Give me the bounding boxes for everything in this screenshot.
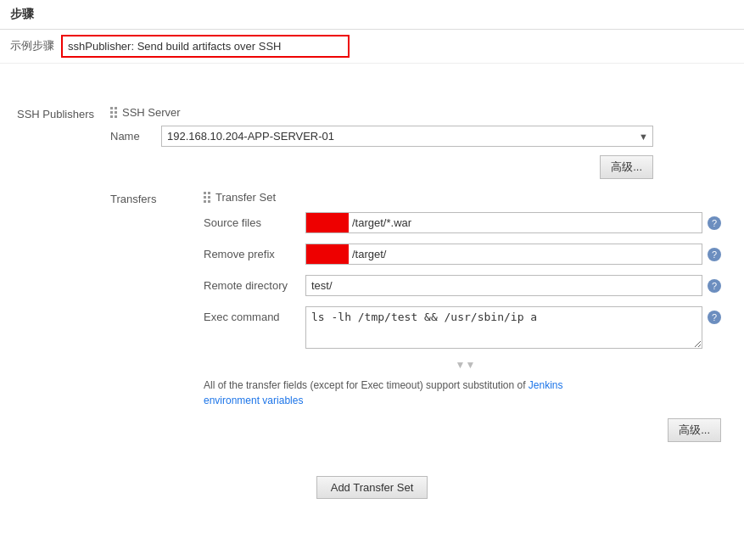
- transfer-set-label: Transfer Set: [215, 191, 276, 204]
- ssh-server-label: SSH Server: [122, 106, 181, 119]
- drag-handle-icon: [110, 107, 117, 118]
- transfers-label: Transfers: [110, 191, 204, 205]
- add-transfer-set-button[interactable]: Add Transfer Set: [316, 476, 428, 499]
- step-content: [61, 35, 734, 58]
- step-row: 示例步骤: [0, 30, 744, 64]
- remote-directory-input[interactable]: [305, 275, 702, 296]
- transfer-set-header: Transfer Set: [204, 191, 727, 204]
- exec-command-help-icon[interactable]: ?: [708, 311, 721, 324]
- source-files-input-box: [305, 212, 702, 233]
- transfer-set-drag-handle-icon: [204, 192, 210, 203]
- advanced-button-1[interactable]: 高级...: [600, 155, 653, 179]
- remote-directory-row: Remote directory ?: [204, 275, 727, 296]
- exec-command-row: Exec command ls -lh /tmp/test && /usr/sb…: [204, 306, 727, 349]
- remove-prefix-row: Remove prefix ?: [204, 244, 727, 265]
- transfers-content: Transfer Set Source files ? Remove: [204, 191, 727, 459]
- add-transfer-row: Add Transfer Set: [0, 468, 744, 516]
- source-files-red-prefix: [306, 213, 349, 232]
- remote-directory-label: Remote directory: [204, 275, 305, 292]
- remove-prefix-input[interactable]: [349, 244, 702, 264]
- advanced-btn-row-2: 高级...: [204, 418, 721, 442]
- source-files-input-wrapper: ?: [305, 212, 721, 233]
- advanced-btn-row-1: 高级...: [110, 155, 653, 179]
- scroll-indicator: ▼▼: [204, 359, 727, 371]
- advanced-button-2[interactable]: 高级...: [668, 418, 721, 442]
- transfers-section: Transfers Transfer Set Source files: [110, 191, 727, 459]
- exec-command-input-wrapper: ls -lh /tmp/test && /usr/sbin/ip a ?: [305, 306, 721, 349]
- remote-directory-help-icon[interactable]: ?: [708, 279, 721, 293]
- step-label: 示例步骤: [10, 35, 61, 53]
- name-row: Name 192.168.10.204-APP-SERVER-01 ▼: [110, 126, 727, 147]
- source-files-label: Source files: [204, 212, 305, 229]
- source-files-input[interactable]: [349, 213, 702, 232]
- exec-command-label: Exec command: [204, 306, 305, 323]
- name-select-wrapper: 192.168.10.204-APP-SERVER-01 ▼: [161, 126, 653, 147]
- info-text: All of the transfer fields (except for E…: [204, 378, 619, 408]
- ssh-server-header: SSH Server: [110, 106, 727, 119]
- step-input[interactable]: [61, 35, 350, 58]
- source-files-row: Source files ?: [204, 212, 727, 233]
- exec-command-textarea[interactable]: ls -lh /tmp/test && /usr/sbin/ip a: [305, 306, 702, 349]
- publishers-section: SSH Publishers SSH Server Name 192.168.1…: [0, 89, 744, 468]
- source-files-help-icon[interactable]: ?: [708, 216, 721, 230]
- section-header: 步骤: [0, 0, 744, 30]
- publishers-content: SSH Server Name 192.168.10.204-APP-SERVE…: [110, 106, 727, 459]
- remove-prefix-input-box: [305, 244, 702, 265]
- publishers-label: SSH Publishers: [17, 106, 110, 120]
- name-select[interactable]: 192.168.10.204-APP-SERVER-01: [161, 126, 653, 147]
- remove-prefix-label: Remove prefix: [204, 244, 305, 260]
- remove-prefix-red-prefix: [306, 244, 349, 264]
- remove-prefix-input-wrapper: ?: [305, 244, 721, 265]
- remove-prefix-help-icon[interactable]: ?: [708, 248, 721, 261]
- remote-directory-input-wrapper: ?: [305, 275, 721, 296]
- name-field-label: Name: [110, 130, 161, 143]
